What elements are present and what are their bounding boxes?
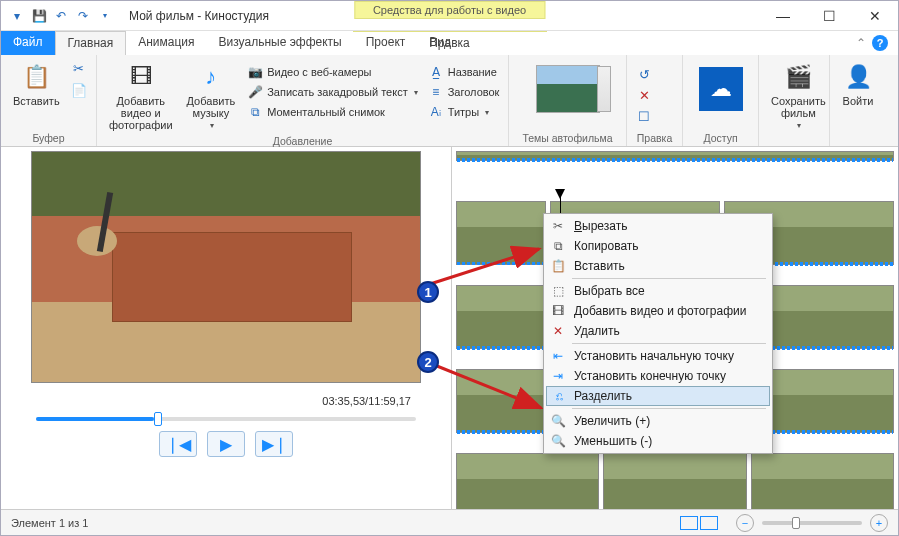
ctx-cut[interactable]: ✂ВВырезатьырезать <box>546 216 770 236</box>
tab-file[interactable]: Файл <box>1 31 55 55</box>
ctx-paste[interactable]: 📋Вставить <box>546 256 770 276</box>
ctx-select-all[interactable]: ⬚Выбрать все <box>546 281 770 301</box>
collapse-ribbon-icon[interactable]: ⌃ <box>856 36 866 50</box>
zoom-slider[interactable] <box>762 521 862 525</box>
clip-thumb[interactable] <box>456 453 599 509</box>
tab-video-edit[interactable]: Правка <box>353 31 547 54</box>
select-all-icon: ⬚ <box>550 283 566 299</box>
camera-icon: 📷 <box>247 64 263 80</box>
clip-thumb[interactable] <box>456 151 894 161</box>
ctx-delete[interactable]: ✕Удалить <box>546 321 770 341</box>
header-button[interactable]: ≡Заголовок <box>426 83 502 101</box>
clip-thumb[interactable] <box>603 453 746 509</box>
rotate-left-icon[interactable]: ↺ <box>635 65 653 83</box>
onedrive-button[interactable]: ☁ <box>699 67 743 111</box>
filmstrip-icon: 🎞 <box>125 61 157 93</box>
name-button[interactable]: A̲Название <box>426 63 502 81</box>
zoom-thumb[interactable] <box>792 517 800 529</box>
redo-icon[interactable]: ↷ <box>75 8 91 24</box>
end-point-icon: ⇥ <box>550 368 566 384</box>
filmstrip-icon: 🎞 <box>550 303 566 319</box>
group-add-label: Добавление <box>105 133 500 147</box>
ctx-set-start[interactable]: ⇤Установить начальную точку <box>546 346 770 366</box>
qat-dropdown-icon[interactable]: ▾ <box>97 8 113 24</box>
help-icon[interactable]: ? <box>872 35 888 51</box>
maximize-button[interactable]: ☐ <box>806 1 852 31</box>
timecode-display: 03:35,53/11:59,17 <box>322 395 411 407</box>
header-icon: ≡ <box>428 84 444 100</box>
app-menu-icon[interactable]: ▾ <box>9 8 25 24</box>
zoom-out-button[interactable]: − <box>736 514 754 532</box>
tab-visualfx[interactable]: Визуальные эффекты <box>207 31 354 55</box>
scissors-icon: ✂ <box>550 218 566 234</box>
ctx-add-video-photo[interactable]: 🎞Добавить видео и фотографии <box>546 301 770 321</box>
music-icon: ♪ <box>195 61 227 93</box>
group-buffer-label: Буфер <box>9 130 88 144</box>
snapshot-button[interactable]: ⧉Моментальный снимок <box>245 103 420 121</box>
scrubber-thumb[interactable] <box>154 412 162 426</box>
zoom-in-icon: 🔍 <box>550 413 566 429</box>
ctx-split[interactable]: ⎌Разделить <box>546 386 770 406</box>
zoom-in-button[interactable]: + <box>870 514 888 532</box>
view-mode-2[interactable] <box>700 516 718 530</box>
view-mode-1[interactable] <box>680 516 698 530</box>
webcam-button[interactable]: 📷Видео с веб-камеры <box>245 63 420 81</box>
video-tools-contextual-tab: Средства для работы с видео <box>354 1 545 19</box>
title-icon: A̲ <box>428 64 444 80</box>
tab-animation[interactable]: Анимация <box>126 31 206 55</box>
clipboard-icon: 📋 <box>20 61 52 93</box>
close-button[interactable]: ✕ <box>852 1 898 31</box>
split-icon: ⎌ <box>551 388 567 404</box>
save-movie-button[interactable]: 🎬 Сохранить фильм▾ <box>767 59 830 132</box>
group-edit-label: Правка <box>635 130 674 144</box>
user-icon: 👤 <box>842 61 874 93</box>
zoom-out-icon: 🔍 <box>550 433 566 449</box>
add-video-photo-button[interactable]: 🎞 Добавить видео и фотографии <box>105 59 177 133</box>
group-themes-label: Темы автофильма <box>517 130 618 144</box>
context-menu: ✂ВВырезатьырезать ⧉Копировать 📋Вставить … <box>543 213 773 454</box>
ctx-copy[interactable]: ⧉Копировать <box>546 236 770 256</box>
preview-scrubber[interactable] <box>36 417 416 421</box>
ctx-set-end[interactable]: ⇥Установить конечную точку <box>546 366 770 386</box>
snapshot-icon: ⧉ <box>247 104 263 120</box>
minimize-button[interactable]: — <box>760 1 806 31</box>
tab-home[interactable]: Главная <box>55 31 127 55</box>
annotation-badge-2: 2 <box>417 351 439 373</box>
clip-thumb[interactable] <box>751 453 894 509</box>
save-icon[interactable]: 💾 <box>31 8 47 24</box>
next-frame-button[interactable]: ▶❘ <box>255 431 293 457</box>
remove-icon[interactable]: ✕ <box>635 86 653 104</box>
window-title: Мой фильм - Киностудия <box>129 9 269 23</box>
annotation-badge-1: 1 <box>417 281 439 303</box>
cut-icon[interactable]: ✂ <box>70 59 88 77</box>
voiceover-button[interactable]: 🎤Записать закадровый текст▾ <box>245 83 420 101</box>
signin-button[interactable]: 👤 Войти <box>838 59 878 109</box>
save-movie-icon: 🎬 <box>782 61 814 93</box>
select-all-icon[interactable]: ☐ <box>635 107 653 125</box>
video-preview[interactable] <box>31 151 421 383</box>
add-music-button[interactable]: ♪ Добавить музыку▾ <box>183 59 240 132</box>
ctx-zoom-out[interactable]: 🔍Уменьшить (-) <box>546 431 770 451</box>
delete-icon: ✕ <box>550 323 566 339</box>
ctx-zoom-in[interactable]: 🔍Увеличить (+) <box>546 411 770 431</box>
prev-frame-button[interactable]: ❘◀ <box>159 431 197 457</box>
automovie-theme-gallery[interactable] <box>536 65 600 113</box>
copy-icon[interactable]: 📄 <box>70 81 88 99</box>
undo-icon[interactable]: ↶ <box>53 8 69 24</box>
play-button[interactable]: ▶ <box>207 431 245 457</box>
group-access-label: Доступ <box>691 130 750 144</box>
caption-icon: Aᵢ <box>428 104 444 120</box>
start-point-icon: ⇤ <box>550 348 566 364</box>
copy-icon: ⧉ <box>550 238 566 254</box>
clip-thumb[interactable] <box>456 201 546 265</box>
captions-button[interactable]: AᵢТитры▾ <box>426 103 502 121</box>
paste-button[interactable]: 📋 Вставить <box>9 59 64 109</box>
mic-icon: 🎤 <box>247 84 263 100</box>
paste-icon: 📋 <box>550 258 566 274</box>
status-element-count: Элемент 1 из 1 <box>11 517 88 529</box>
